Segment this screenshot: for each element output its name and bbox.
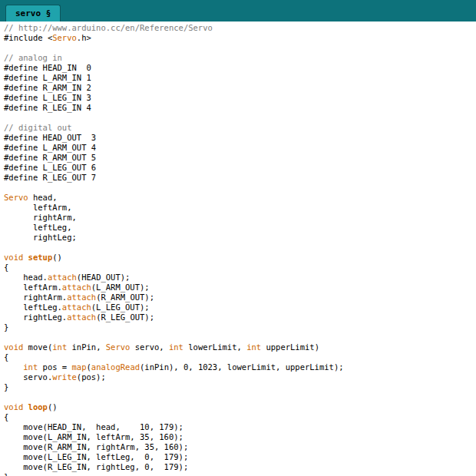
code-line: { (4, 352, 476, 362)
code-line: leftLeg, (4, 223, 476, 233)
code-token-plain: (R_ARM_OUT); (96, 293, 154, 302)
code-token-plain: { (4, 352, 8, 362)
code-line: // analog in (4, 53, 476, 63)
code-line: #define R_ARM_IN 2 (4, 83, 476, 93)
code-token-plain: (HEAD_OUT); (77, 273, 131, 282)
code-line: #define L_LEG_IN 3 (4, 93, 476, 103)
code-token-plain: lowerLimit, (183, 342, 246, 352)
code-token-plain: servo. (4, 372, 52, 382)
code-editor[interactable]: // http://www.arduino.cc/en/Reference/Se… (0, 21, 476, 476)
code-line: #define R_LEG_OUT 7 (4, 173, 476, 183)
code-line: move(L_ARM_IN, leftArm, 35, 160); (4, 432, 476, 442)
code-line: #define L_ARM_IN 1 (4, 73, 476, 83)
code-token-keyword: attach (62, 283, 91, 292)
code-token-plain: #define R_ARM_IN 2 (4, 83, 91, 92)
code-token-plain: leftArm. (4, 283, 62, 292)
code-line: move(R_LEG_IN, rightLeg, 0, 179); (4, 462, 476, 472)
code-token-plain: #define L_ARM_OUT 4 (4, 143, 96, 152)
code-token-keyword: int (169, 342, 183, 352)
code-line: #define HEAD_OUT 3 (4, 133, 476, 143)
code-token-plain: servo, (130, 342, 169, 352)
code-line: #define HEAD_IN 0 (4, 63, 476, 73)
code-token-plain: pos = (38, 362, 71, 372)
code-token-plain: move(L_LEG_IN, leftLeg, 0, 179); (4, 452, 188, 461)
code-line: rightLeg; (4, 233, 476, 243)
code-token-plain: #include < (4, 33, 52, 42)
code-token-kwbold: loop (28, 402, 48, 412)
code-token-comment: // digital out (4, 123, 72, 132)
code-token-plain: (R_LEG_OUT); (96, 312, 154, 322)
code-token-keyword: int (52, 342, 67, 352)
code-token-plain: #define L_LEG_IN 3 (4, 93, 91, 102)
code-line: #define L_LEG_OUT 6 (4, 163, 476, 173)
code-token-keyword: Servo (52, 33, 77, 42)
code-token-keyword: attach (48, 273, 77, 282)
code-token-plain: move(HEAD_IN, head, 10, 179); (4, 422, 183, 431)
code-line: { (4, 263, 476, 273)
code-line: Servo head, (4, 193, 476, 203)
code-line: move(L_LEG_IN, leftLeg, 0, 179); (4, 452, 476, 462)
code-token-plain: move(R_ARM_IN, rightArm, 35, 160); (4, 442, 188, 451)
tab-label: servo § (15, 8, 51, 18)
code-token-plain: upperLimit) (261, 342, 319, 352)
code-token-plain: () (48, 402, 58, 412)
code-token-plain: (pos); (77, 372, 106, 382)
code-token-keyword: void (4, 253, 28, 262)
code-token-keyword: int (246, 342, 261, 352)
code-line: #define R_ARM_OUT 5 (4, 153, 476, 163)
code-line: } (4, 472, 476, 476)
code-token-plain: leftLeg. (4, 302, 62, 312)
code-token-plain: #define R_ARM_OUT 5 (4, 153, 96, 162)
code-token-plain: (L_LEG_OUT); (91, 302, 150, 312)
code-line: #include <Servo.h> (4, 33, 476, 43)
code-token-plain: move(L_ARM_IN, leftArm, 35, 160); (4, 432, 183, 441)
code-token-keyword: analogRead (91, 362, 140, 372)
code-token-plain: #define HEAD_IN 0 (4, 63, 91, 72)
code-token-plain: .h> (77, 33, 91, 42)
code-token-keyword: int (23, 362, 38, 372)
code-token-plain: move(R_LEG_IN, rightLeg, 0, 179); (4, 462, 188, 471)
code-line: rightLeg.attach(R_LEG_OUT); (4, 312, 476, 322)
code-token-plain: leftArm, (4, 203, 72, 212)
code-line: // http://www.arduino.cc/en/Reference/Se… (4, 23, 476, 33)
code-token-plain: { (4, 412, 8, 421)
code-line: void setup() (4, 253, 476, 263)
code-token-keyword: Servo (4, 193, 28, 202)
code-token-plain: #define R_LEG_OUT 7 (4, 173, 96, 182)
code-token-plain: #define R_LEG_IN 4 (4, 103, 91, 112)
code-line: leftArm, (4, 203, 476, 213)
arduino-ide-window: servo § // http://www.arduino.cc/en/Refe… (0, 0, 476, 476)
code-token-keyword: attach (67, 293, 96, 302)
code-line: move(R_ARM_IN, rightArm, 35, 160); (4, 442, 476, 452)
code-token-plain: { (4, 263, 8, 272)
code-line (4, 43, 476, 53)
code-token-plain: } (4, 322, 8, 332)
code-token-plain: rightLeg; (4, 233, 77, 242)
code-token-plain: rightArm. (4, 293, 67, 302)
code-token-plain: move( (23, 342, 52, 352)
code-token-keyword: attach (67, 312, 96, 322)
code-token-comment: // analog in (4, 53, 62, 62)
code-token-plain: #define L_ARM_IN 1 (4, 73, 91, 82)
code-token-comment: // http://www.arduino.cc/en/Reference/Se… (4, 23, 213, 32)
code-token-plain: inPin, (67, 342, 106, 352)
tab-servo[interactable]: servo § (5, 5, 61, 21)
code-line: // digital out (4, 123, 476, 133)
code-line (4, 392, 476, 402)
code-line: int pos = map(analogRead(inPin), 0, 1023… (4, 362, 476, 372)
code-token-plain: () (52, 253, 62, 262)
code-line (4, 332, 476, 342)
code-line: leftLeg.attach(L_LEG_OUT); (4, 302, 476, 312)
code-token-plain: #define L_LEG_OUT 6 (4, 163, 96, 172)
code-line: void loop() (4, 402, 476, 412)
code-line: rightArm, (4, 213, 476, 223)
code-line: { (4, 412, 476, 422)
code-token-plain: } (4, 472, 8, 476)
code-line: leftArm.attach(L_ARM_OUT); (4, 283, 476, 293)
code-token-keyword: Servo (106, 342, 131, 352)
code-token-plain: rightLeg. (4, 312, 67, 322)
code-token-plain: head. (4, 273, 48, 282)
code-token-keyword: write (52, 372, 77, 382)
code-line: void move(int inPin, Servo servo, int lo… (4, 342, 476, 352)
code-token-plain: (L_ARM_OUT); (91, 283, 150, 292)
